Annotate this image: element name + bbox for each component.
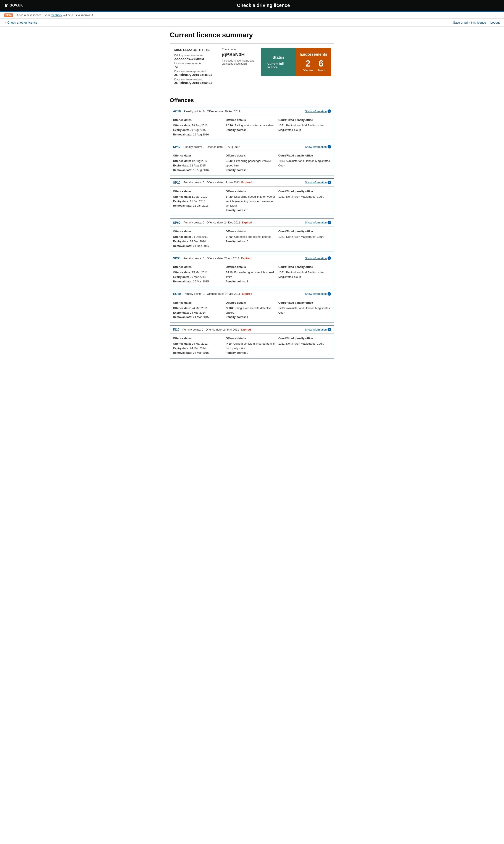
show-information-link[interactable]: Show information + xyxy=(305,181,331,184)
offence-details-col: Offence details CU10: Using a vehicle wi… xyxy=(226,301,278,320)
offence-card: SP40 Penalty points: 0 Offence date: 12 … xyxy=(170,143,334,175)
offence-court-content: 1021: North Avon Magistrates' Court xyxy=(278,342,331,346)
expired-badge: Expired xyxy=(240,328,251,331)
offence-header-info: Penalty points: 6 Offence date: 29 Aug 2… xyxy=(184,110,302,113)
licence-number-row: Driving licence number: XXXXXXX010E99MM xyxy=(174,54,218,61)
person-name: MISS ELIZABETH PHIL xyxy=(174,48,218,52)
check-another-licence-link[interactable]: Check another licence xyxy=(4,21,37,24)
offences-label: Offences xyxy=(303,69,313,72)
gov-uk-text: GOV.UK xyxy=(10,3,23,7)
offence-dates-content: Offence date: 11 Jan 2012Expiry date: 11… xyxy=(173,195,226,208)
offence-details-title: Offence details xyxy=(226,337,278,340)
offence-court-content: 1021: North Avon Magistrates' Court xyxy=(278,235,331,239)
beta-text-end: will help us to improve it. xyxy=(63,14,94,17)
offence-court-content: 1051: Bedford and Mid Bedfordshire Magis… xyxy=(278,123,331,133)
offence-dates-content: Offence date: 29 Aug 2012Expiry date: 29… xyxy=(173,123,226,137)
page-title: Current licence summary xyxy=(170,31,334,39)
plus-icon: + xyxy=(327,109,331,113)
beta-tag: BETA xyxy=(4,14,13,17)
generated-date-row: Date summary generated: 25 February 2015… xyxy=(174,70,218,76)
crown-icon: ♛ xyxy=(4,3,8,8)
offence-dates-col: Offence dates Offence date: 24 Dec 2011E… xyxy=(173,230,226,248)
offence-body: Offence dates Offence date: 24 Mar 2011E… xyxy=(170,298,334,323)
offence-card: AC10 Penalty points: 6 Offence date: 29 … xyxy=(170,107,334,140)
offence-dates-title: Offence dates xyxy=(173,337,226,340)
offence-dates-title: Offence dates xyxy=(173,118,226,122)
show-information-link[interactable]: Show information + xyxy=(305,256,331,260)
plus-icon: + xyxy=(327,256,331,260)
offence-details-content: CU10: Using a vehicle with defective bra… xyxy=(226,306,278,320)
viewed-label: Date summary viewed: xyxy=(174,78,203,81)
main-content: Current licence summary MISS ELIZABETH P… xyxy=(165,27,339,365)
offence-court-content: 1493: Axminster and Honiton Magistrates'… xyxy=(278,306,331,315)
offences-col: 2 Offences xyxy=(303,59,313,72)
offence-header: SP60 Penalty points: 0 Offence date: 24 … xyxy=(170,219,334,227)
points-col: 6 Points xyxy=(318,59,325,72)
offence-dates-content: Offence date: 12 Aug 2012Expiry date: 12… xyxy=(173,159,226,172)
offence-card: SP30 Penalty points: 3 Offence date: 24 … xyxy=(170,254,334,287)
offence-code: IN10 xyxy=(173,328,179,331)
status-endorsements-boxes: Status Current full licence Endorsements… xyxy=(261,48,331,76)
offence-court-title: Court/Fixed penalty office xyxy=(278,190,331,193)
offence-details-content: SP60: Undefined speed limit offence Pena… xyxy=(226,235,278,244)
expired-badge: Expired xyxy=(241,257,251,260)
person-info: MISS ELIZABETH PHIL Driving licence numb… xyxy=(174,48,218,86)
offence-details-col: Offence details SP10: Exceeding goods ve… xyxy=(226,265,278,284)
offence-dates-title: Offence dates xyxy=(173,301,226,304)
check-code-label: Check code: xyxy=(222,48,256,51)
show-information-link[interactable]: Show information + xyxy=(305,145,331,149)
offence-card: SP60 Penalty points: 0 Offence date: 24 … xyxy=(170,219,334,252)
endorsements-numbers: 2 Offences 6 Points xyxy=(303,59,325,72)
offence-header-info: Penalty points: 1 Offence date: 24 Mar 2… xyxy=(184,292,302,295)
offence-details-col: Offence details SP40: Exceeding passenge… xyxy=(226,154,278,172)
show-information-link[interactable]: Show information + xyxy=(305,292,331,296)
offence-court-content: 1493: Axminster and Honiton Magistrates'… xyxy=(278,159,331,168)
offence-details-col: Offence details SP20: Exceeding speed li… xyxy=(226,190,278,213)
expired-badge: Expired xyxy=(242,292,252,295)
nav-bar: Check another licence Save or print this… xyxy=(0,19,504,27)
show-information-link[interactable]: Show information + xyxy=(305,221,331,224)
offence-body: Offence dates Offence date: 12 Aug 2012E… xyxy=(170,151,334,175)
offences-list: AC10 Penalty points: 6 Offence date: 29 … xyxy=(170,107,334,359)
offence-dates-content: Offence date: 24 Mar 2011Expiry date: 24… xyxy=(173,306,226,320)
offence-dates-title: Offence dates xyxy=(173,265,226,269)
offence-details-content: SP40: Exceeding passenger vehicle speed … xyxy=(226,159,278,172)
offence-court-col: Court/Fixed penalty office 1021: North A… xyxy=(278,230,331,248)
status-box: Status Current full licence xyxy=(261,48,296,76)
offence-details-col: Offence details AC10: Failing to stop af… xyxy=(226,118,278,137)
offence-header-info: Penalty points: 3 Offence date: 24 Apr 2… xyxy=(183,257,302,260)
offence-details-title: Offence details xyxy=(226,301,278,304)
issue-number-value: 73 xyxy=(174,65,218,68)
logout-link[interactable]: Logout xyxy=(490,21,500,24)
offence-dates-col: Offence dates Offence date: 25 Mar 2011E… xyxy=(173,265,226,284)
offence-details-title: Offence details xyxy=(226,265,278,269)
offence-header: SP30 Penalty points: 3 Offence date: 24 … xyxy=(170,254,334,262)
generated-value: 25 February 2015 15:48:01 xyxy=(174,73,218,76)
status-value: Current full licence xyxy=(267,62,290,69)
offence-code: CU10 xyxy=(173,292,181,296)
check-code-note: This code is now invalid and cannot be u… xyxy=(222,59,256,65)
offence-court-col: Court/Fixed penalty office 1051: Bedford… xyxy=(278,118,331,137)
offence-details-content: IN10: Using a vehicle uninsured against … xyxy=(226,342,278,355)
feedback-link[interactable]: feedback xyxy=(51,14,62,17)
offence-court-content: 1051: Bedford and Mid Bedfordshire Magis… xyxy=(278,270,331,279)
offence-details-title: Offence details xyxy=(226,230,278,233)
offence-code: SP60 xyxy=(173,221,180,224)
offence-court-col: Court/Fixed penalty office 1493: Axminst… xyxy=(278,154,331,172)
offence-header: AC10 Penalty points: 6 Offence date: 29 … xyxy=(170,107,334,115)
offence-dates-title: Offence dates xyxy=(173,190,226,193)
offence-body: Offence dates Offence date: 29 Aug 2012E… xyxy=(170,115,334,140)
endorsements-title: Endorsements xyxy=(300,52,327,57)
save-print-link[interactable]: Save or print this licence xyxy=(453,21,486,24)
offence-court-title: Court/Fixed penalty office xyxy=(278,154,331,157)
offence-dates-title: Offence dates xyxy=(173,154,226,157)
beta-notice: BETA This is a new service – your feedba… xyxy=(0,12,504,19)
offence-code: SP30 xyxy=(173,256,180,260)
issue-number-label: Licence issue number: xyxy=(174,62,202,65)
expired-badge: Expired xyxy=(241,181,252,184)
show-information-link[interactable]: Show information + xyxy=(305,109,331,113)
show-information-link[interactable]: Show information + xyxy=(305,328,331,331)
offence-card: CU10 Penalty points: 1 Offence date: 24 … xyxy=(170,290,334,323)
offence-header-info: Penalty points: 0 Offence date: 24 Mar 2… xyxy=(182,328,302,331)
offence-court-title: Court/Fixed penalty office xyxy=(278,337,331,340)
